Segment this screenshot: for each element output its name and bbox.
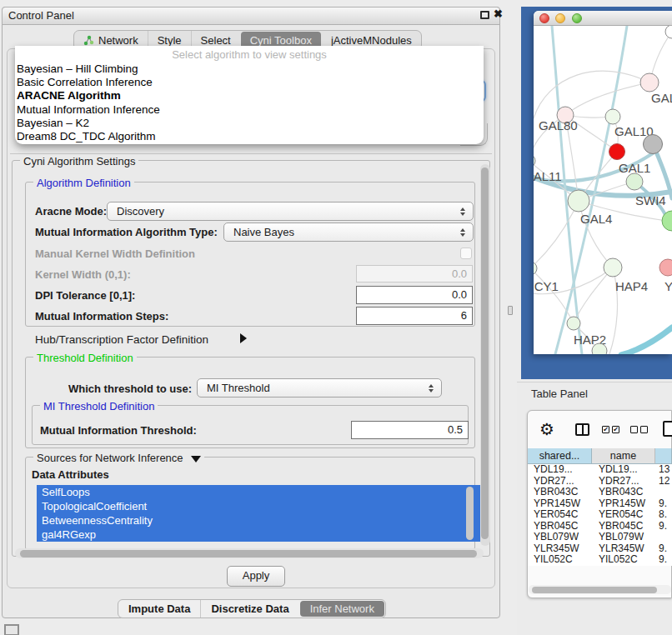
mi-threshold-group-title: MI Threshold Definition (40, 400, 158, 412)
which-threshold-value: MI Threshold (207, 382, 270, 394)
network-edge (565, 82, 649, 115)
cyni-settings-group-title: Cyni Algorithm Settings (20, 155, 138, 168)
split-columns-icon[interactable] (575, 423, 589, 436)
minimized-panel-icon[interactable] (4, 624, 19, 635)
network-node-gal10[interactable] (605, 109, 620, 124)
aracne-mode-combobox[interactable]: Discovery (107, 202, 474, 221)
manual-kernel-width-checkbox[interactable] (460, 248, 472, 259)
column-header-name[interactable]: name (592, 448, 655, 464)
network-node[interactable] (665, 26, 672, 38)
table-row[interactable]: YBR045CYBR045C9. (528, 521, 672, 532)
table-row[interactable]: YLR345WYLR345W9. (528, 543, 672, 555)
apply-button[interactable]: Apply (227, 566, 285, 587)
table-cell: YDR27... (528, 476, 594, 488)
mi-algorithm-type-combobox[interactable]: Naive Bayes (223, 222, 474, 242)
tab-discretize-data[interactable]: Discretize Data (200, 600, 298, 618)
network-node-label: SWI4 (635, 193, 666, 208)
algorithm-option[interactable]: Mutual Information Inference (17, 103, 480, 117)
table-cell: YDR27... (594, 476, 659, 488)
close-traffic-light-icon[interactable] (539, 13, 549, 23)
network-node[interactable] (592, 343, 607, 354)
mi-steps-field[interactable]: 6 (356, 307, 473, 325)
table-row[interactable]: YIL052CYIL052C9. (528, 554, 672, 566)
table-body: YDL19...YDL19...13YDR27...YDR27...12YBR0… (528, 464, 672, 566)
network-node-label: GAL11 (534, 169, 562, 183)
network-node-hap4[interactable] (604, 258, 622, 277)
table-cell: YER054C (528, 509, 594, 521)
data-attributes-list: SelfLoopsTopologicalCoefficientBetweenne… (37, 485, 480, 542)
network-node-y[interactable] (659, 259, 672, 276)
network-node-gal4[interactable] (568, 190, 589, 212)
table-row[interactable]: YBR043CYBR043C (528, 487, 672, 498)
checked-box-icon: ✔ (612, 426, 619, 433)
algorithm-option[interactable]: Dream8 DC_TDC Algorithm (17, 130, 480, 143)
expand-arrow-icon[interactable] (240, 333, 247, 343)
algorithm-option[interactable]: Bayesian – K2 (17, 117, 480, 130)
kernel-width-field[interactable]: 0.0 (356, 265, 473, 282)
mi-steps-label: Mutual Information Steps: (35, 310, 168, 322)
collapse-arrow-icon[interactable] (191, 456, 201, 462)
dpi-tolerance-label: DPI Tolerance [0,1]: (35, 289, 135, 302)
attributes-scrollbar-thumb[interactable] (466, 487, 474, 540)
column-header-shared[interactable]: shared... (528, 448, 592, 464)
algorithm-option[interactable]: Basic Correlation Inference (17, 76, 480, 89)
minimize-traffic-light-icon[interactable] (555, 13, 565, 23)
dpi-tolerance-field[interactable]: 0.0 (356, 286, 473, 304)
which-threshold-combobox[interactable]: MI Threshold (197, 378, 442, 398)
settings-vertical-scrollbar-thumb[interactable] (481, 168, 489, 539)
table-cell: YBL079W (528, 532, 594, 543)
gear-icon[interactable]: ⚙ (539, 419, 554, 439)
table-cell: YBR045C (594, 521, 659, 532)
network-node[interactable] (644, 135, 663, 154)
table-cell: YBR043C (594, 487, 659, 498)
mi-threshold-field[interactable]: 0.5 (351, 421, 469, 439)
table-row[interactable]: YDR27...YDR27...12 (528, 476, 672, 488)
page-icon[interactable] (663, 421, 672, 437)
settings-horizontal-scrollbar-thumb[interactable] (20, 550, 477, 558)
table-row[interactable]: YPR145WYPR145W9. (528, 498, 672, 510)
network-node-gal1[interactable] (626, 173, 643, 190)
network-node-hap2[interactable] (567, 317, 580, 330)
network-canvas[interactable]: GALGAL80GAL10GAL11GAL1SWI4GAL4GCY1HAP4YH… (534, 26, 672, 354)
spinner-arrows-icon (460, 228, 465, 237)
threshold-definition-title: Threshold Definition (33, 352, 137, 364)
network-node[interactable] (609, 144, 625, 160)
attribute-list-item[interactable]: TopologicalCoefficient (37, 499, 480, 513)
algorithm-option[interactable]: Bayesian – Hill Climbing (17, 62, 480, 76)
table-header-row: shared...name (528, 448, 672, 464)
aracne-mode-value: Discovery (117, 205, 164, 218)
table-cell: YBL079W (594, 532, 659, 543)
network-window-titlebar[interactable] (534, 11, 672, 26)
algorithm-option[interactable]: ARACNE Algorithm (17, 89, 480, 102)
attribute-list-item[interactable]: gal4RGexp (37, 528, 480, 542)
table-cell: YDL19... (528, 464, 594, 476)
attribute-list-item[interactable]: BetweennessCentrality (37, 513, 480, 528)
select-checkboxes-icon[interactable]: ✔ ✔ (602, 426, 619, 433)
network-edge (574, 268, 613, 323)
table-cell: 9. (659, 543, 672, 555)
attribute-list-item[interactable]: SelfLoops (37, 485, 480, 499)
spinner-arrows-icon (460, 208, 465, 216)
hub-definition-label: Hub/Transcription Factor Definition (35, 333, 208, 346)
float-window-icon[interactable] (480, 11, 489, 19)
network-node-gal[interactable] (640, 73, 659, 92)
mi-algorithm-type-label: Mutual Information Algorithm Type: (35, 226, 218, 238)
tab-infer-network[interactable]: Infer Network (300, 601, 384, 617)
control-panel-titlebar[interactable] (2, 7, 500, 25)
table-cell: YER054C (594, 509, 659, 521)
network-node-label: GCY1 (534, 279, 559, 293)
network-icon (83, 35, 94, 46)
zoom-traffic-light-icon[interactable] (572, 13, 582, 23)
panel-splitter-handle[interactable] (508, 306, 513, 315)
network-edge (534, 71, 649, 118)
close-icon[interactable]: ✖ (494, 8, 503, 20)
table-row[interactable]: YDL19...YDL19...13 (528, 464, 672, 476)
table-horizontal-scrollbar-thumb[interactable] (532, 587, 657, 593)
which-threshold-label: Which threshold to use: (68, 382, 192, 395)
network-node-gcy1[interactable] (534, 262, 537, 275)
table-row[interactable]: YER054CYER054C8. (528, 509, 672, 521)
deselect-checkboxes-icon[interactable] (630, 426, 648, 433)
tab-impute-data[interactable]: Impute Data (118, 600, 200, 618)
table-row[interactable]: YBL079WYBL079W (528, 532, 672, 543)
column-header-2[interactable] (655, 448, 672, 464)
